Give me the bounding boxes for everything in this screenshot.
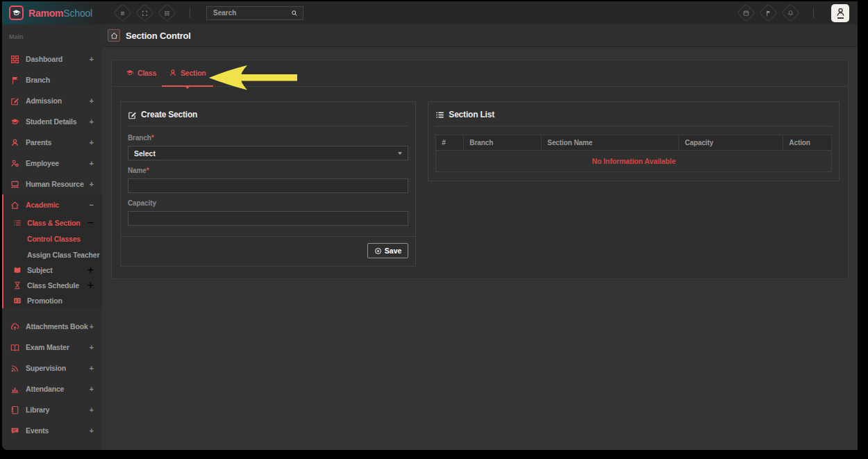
sidebar-item-parents[interactable]: Parents +	[2, 132, 102, 153]
schedule-hourglass-icon	[13, 281, 22, 290]
section-list-panel: Section List # Branch Section Name	[428, 101, 840, 181]
page-header: Section Control	[102, 24, 858, 47]
label-text: Capacity	[128, 199, 156, 207]
create-section-form: Branch* Select Name*	[121, 126, 415, 226]
topbar-divider	[190, 8, 190, 18]
sidebar-item-exam-master[interactable]: Exam Master +	[2, 337, 102, 358]
sidebar-item-admission[interactable]: Admission +	[2, 90, 102, 111]
capacity-label: Capacity	[128, 199, 408, 207]
sidebar-section-label: Main	[2, 24, 102, 49]
branch-select-value: Select	[134, 149, 156, 158]
sidebar-item-employee[interactable]: Employee +	[2, 153, 102, 174]
sidebar-item-label: Academic	[26, 201, 90, 209]
name-label: Name*	[128, 167, 408, 174]
flag-language-button[interactable]	[759, 3, 778, 22]
sidebar-item-attachments-book[interactable]: Attachments Book +	[2, 316, 102, 337]
search-input[interactable]	[212, 8, 291, 17]
save-plus-circle-icon	[374, 247, 382, 255]
sidebar-item-label: Parents	[26, 138, 90, 147]
branch-label: Branch*	[128, 134, 408, 142]
sidebar-item-branch[interactable]: Branch	[2, 69, 102, 90]
list-icon	[435, 110, 444, 119]
expand-indicator: +	[90, 343, 94, 351]
topbar-right-actions	[740, 4, 858, 22]
brand-text: RamomSchool	[28, 7, 92, 19]
tab-class[interactable]: Class	[126, 69, 156, 86]
sidebar-item-label: Class & Section	[27, 219, 87, 227]
sidebar-item-supervision[interactable]: Supervision +	[2, 358, 102, 378]
label-text: Name	[128, 167, 147, 174]
sidebar-item-library[interactable]: Library +	[2, 399, 102, 420]
sidebar-item-label: Subject	[27, 266, 87, 274]
flag-icon	[765, 10, 772, 17]
sidebar-item-assign-class-teacher[interactable]: Assign Class Teacher	[3, 247, 102, 262]
sidebar-item-control-classes[interactable]: Control Classes	[3, 231, 102, 247]
section-list-table: # Branch Section Name Capacity Action	[435, 135, 832, 172]
hr-laptop-icon	[10, 180, 19, 189]
sidebar-item-label: Dashboard	[26, 55, 90, 63]
sidebar-item-label: Admission	[26, 97, 90, 105]
sidebar-item-label: Human Resource	[26, 180, 90, 188]
events-comment-icon	[10, 426, 19, 435]
sidebar-item-class-and-section[interactable]: Class & Section −	[3, 215, 102, 231]
save-button[interactable]: Save	[367, 243, 409, 258]
apps-grid-icon	[164, 10, 171, 17]
branch-signpost-icon	[10, 76, 19, 85]
tab-label: Class	[137, 69, 156, 77]
capacity-field[interactable]	[128, 211, 408, 226]
label-text: Branch	[128, 134, 151, 142]
sidebar-item-events[interactable]: Events +	[2, 420, 102, 441]
student-cap-icon	[10, 117, 19, 126]
brand-logo[interactable]: RamomSchool	[2, 1, 102, 24]
caret-down-icon	[398, 152, 402, 157]
sidebar-item-student-details[interactable]: Student Details +	[2, 111, 102, 132]
user-avatar[interactable]	[831, 4, 849, 22]
academic-home-icon	[10, 201, 19, 210]
expand-indicator: +	[90, 385, 94, 393]
notifications-button[interactable]	[781, 3, 800, 22]
expand-indicator: +	[90, 364, 94, 372]
quick-apps-button[interactable]	[158, 3, 176, 22]
page-content: Class Section	[102, 47, 858, 450]
calendar-icon	[743, 10, 750, 17]
expand-indicator: +	[90, 117, 94, 126]
sidebar-item-human-resource[interactable]: Human Resource +	[2, 174, 102, 194]
branch-select[interactable]: Select	[128, 146, 408, 160]
bell-icon	[787, 10, 794, 17]
name-field[interactable]	[128, 178, 408, 193]
expand-indicator: +	[90, 138, 94, 147]
sidebar-item-label: Attendance	[26, 385, 90, 393]
class-section-list-icon	[13, 219, 22, 227]
sidebar-toggle-button[interactable]	[113, 3, 132, 22]
sidebar-item-dashboard[interactable]: Dashboard +	[2, 49, 102, 69]
calendar-button[interactable]	[737, 3, 756, 22]
section-control-panel: Class Section	[111, 60, 849, 279]
global-search[interactable]	[206, 6, 303, 20]
tab-section[interactable]: Section	[169, 69, 206, 86]
sidebar-item-promotion[interactable]: Promotion	[3, 293, 102, 308]
user-avatar-icon	[835, 7, 846, 17]
home-breadcrumb-button[interactable]	[108, 29, 120, 42]
sidebar-item-subject[interactable]: Subject +	[3, 262, 102, 278]
home-icon	[110, 32, 118, 40]
collapse-indicator: −	[87, 217, 94, 229]
promotion-card-icon	[13, 297, 22, 305]
search-icon[interactable]	[291, 10, 298, 17]
sidebar-item-label: Employee	[26, 159, 90, 167]
ramomschool-logo-icon	[9, 6, 24, 20]
sidebar-spacer	[2, 308, 102, 316]
subject-book-icon	[13, 266, 22, 274]
sidebar-item-label: Branch	[26, 76, 94, 84]
parents-person-icon	[10, 138, 19, 147]
collapse-indicator: −	[90, 201, 94, 209]
fullscreen-button[interactable]	[135, 3, 154, 22]
sidebar-item-academic[interactable]: Academic −	[3, 194, 102, 215]
sidebar-item-attendance[interactable]: Attendance +	[2, 378, 102, 399]
sidebar-item-class-schedule[interactable]: Class Schedule +	[3, 278, 102, 293]
required-asterisk: *	[147, 167, 149, 174]
panels-row: Create Section Branch* Select	[112, 87, 848, 281]
sidebar-group-academic: Academic − Class & Section − Control Cla…	[2, 194, 102, 308]
form-footer: Save	[121, 236, 415, 266]
yellow-annotation-arrow	[208, 65, 299, 91]
class-cap-icon	[126, 69, 134, 77]
